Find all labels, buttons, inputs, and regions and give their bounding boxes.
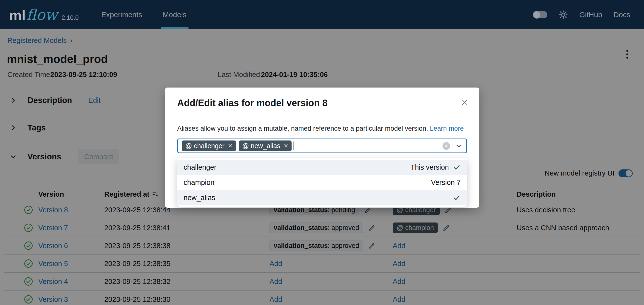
text-cursor [294, 141, 294, 150]
learn-more-link[interactable]: Learn more [430, 125, 464, 132]
sun-icon[interactable] [558, 10, 568, 19]
alias-option-new_alias[interactable]: new_alias [177, 190, 467, 205]
version-label: 2.10.0 [62, 14, 79, 21]
alias-option-champion[interactable]: champion Version 7 [177, 175, 467, 190]
nav-tab-models[interactable]: Models [163, 0, 186, 29]
checkmark-icon [453, 163, 461, 171]
chevron-down-icon[interactable] [455, 142, 462, 150]
remove-alias-icon[interactable]: ✕ [284, 143, 288, 149]
selected-aliases: @ challenger✕@ new_alias✕ [182, 140, 292, 151]
option-right: This version [410, 163, 461, 171]
main-nav: Experiments Models [101, 0, 186, 29]
logo-flow-text: flow [26, 6, 58, 23]
docs-link[interactable]: Docs [614, 10, 630, 19]
option-label: champion [184, 179, 214, 187]
selected-alias-tag: @ challenger✕ [182, 140, 236, 151]
checkmark-icon [453, 194, 461, 202]
mlflow-logo[interactable]: ml flow 2.10.0 [9, 6, 78, 23]
clear-all-icon[interactable]: ✕ [442, 142, 450, 150]
modal-description-text: Aliases allow you to assign a mutable, n… [177, 125, 428, 132]
toggle-knob [533, 11, 541, 19]
option-version-label: This version [410, 163, 449, 171]
alias-options-dropdown: challenger This version champion Version… [177, 158, 467, 207]
option-label: challenger [184, 163, 216, 171]
nav-tab-experiments[interactable]: Experiments [101, 0, 142, 29]
alias-option-challenger[interactable]: challenger This version [177, 160, 467, 175]
dark-mode-toggle[interactable] [533, 11, 547, 18]
github-link[interactable]: GitHub [579, 10, 602, 19]
alias-multiselect-input[interactable]: @ challenger✕@ new_alias✕ ✕ [177, 139, 467, 153]
option-right [453, 194, 461, 202]
modal-description: Aliases allow you to assign a mutable, n… [177, 125, 464, 132]
close-icon[interactable] [461, 98, 468, 106]
navbar-right: GitHub Docs [533, 10, 630, 19]
input-controls: ✕ [442, 142, 462, 150]
logo-ml-text: ml [9, 7, 26, 23]
top-navbar: ml flow 2.10.0 Experiments Models GitHub… [0, 0, 644, 29]
selected-alias-tag: @ new_alias✕ [239, 140, 292, 151]
option-label: new_alias [184, 194, 215, 202]
remove-alias-icon[interactable]: ✕ [228, 143, 232, 149]
modal-title: Add/Edit alias for model version 8 [177, 98, 328, 108]
option-right: Version 7 [431, 179, 461, 187]
option-version-label: Version 7 [431, 179, 461, 187]
